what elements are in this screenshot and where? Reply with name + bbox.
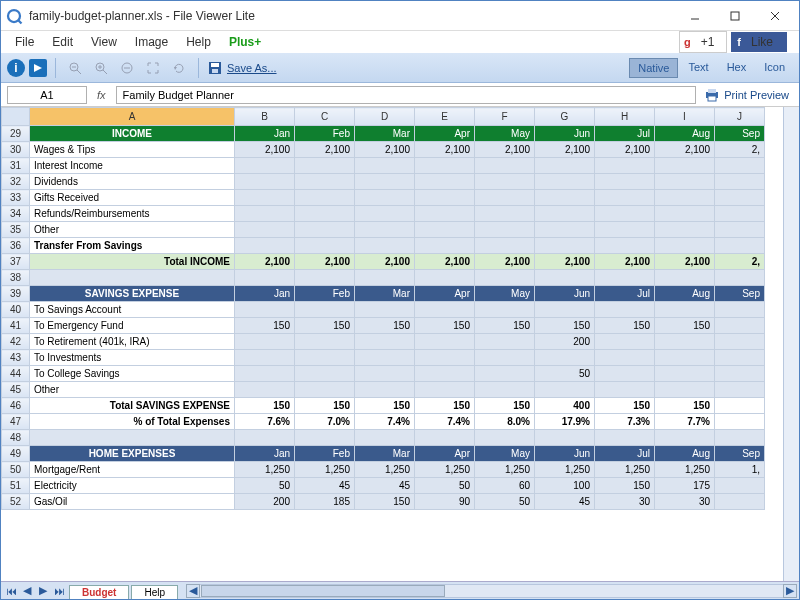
cell[interactable]	[535, 350, 595, 366]
maximize-button[interactable]	[715, 3, 755, 29]
cell[interactable]	[415, 430, 475, 446]
zoom-actual-icon[interactable]	[116, 57, 138, 79]
cell[interactable]	[535, 382, 595, 398]
cell[interactable]: 2,100	[355, 254, 415, 270]
cell[interactable]	[295, 206, 355, 222]
cell[interactable]: 200	[235, 494, 295, 510]
cell[interactable]: 2,100	[355, 142, 415, 158]
cell[interactable]	[535, 174, 595, 190]
cell[interactable]: 2,100	[535, 142, 595, 158]
cell[interactable]: 150	[535, 318, 595, 334]
cell[interactable]	[295, 174, 355, 190]
info-icon[interactable]: i	[7, 59, 25, 77]
cell[interactable]	[655, 238, 715, 254]
cell[interactable]: 150	[595, 478, 655, 494]
cell[interactable]: 7.3%	[595, 414, 655, 430]
cell[interactable]	[295, 190, 355, 206]
cell[interactable]: 2,100	[655, 254, 715, 270]
row-header[interactable]: 37	[2, 254, 30, 270]
cell[interactable]	[355, 366, 415, 382]
cell[interactable]	[535, 430, 595, 446]
cell[interactable]	[475, 382, 535, 398]
cell[interactable]	[415, 158, 475, 174]
menu-edit[interactable]: Edit	[44, 33, 81, 51]
row-header[interactable]: 42	[2, 334, 30, 350]
cell[interactable]: 1,250	[295, 462, 355, 478]
cell[interactable]: 150	[595, 398, 655, 414]
cell[interactable]: 2,100	[235, 142, 295, 158]
cell[interactable]: 150	[235, 318, 295, 334]
cell[interactable]	[655, 174, 715, 190]
cell[interactable]	[715, 350, 765, 366]
cell[interactable]: 150	[415, 398, 475, 414]
cell[interactable]: 2,100	[655, 142, 715, 158]
cell[interactable]: 150	[355, 494, 415, 510]
col-header[interactable]: F	[475, 108, 535, 126]
row-header[interactable]: 38	[2, 270, 30, 286]
cell[interactable]: 150	[655, 318, 715, 334]
col-header[interactable]: J	[715, 108, 765, 126]
refresh-icon[interactable]	[168, 57, 190, 79]
row-header[interactable]: 46	[2, 398, 30, 414]
cell[interactable]	[295, 270, 355, 286]
tab-nav-last-icon[interactable]: ⏭	[51, 584, 67, 598]
cell[interactable]: 2,100	[595, 142, 655, 158]
cell[interactable]	[715, 158, 765, 174]
cell[interactable]: 150	[235, 398, 295, 414]
row-header[interactable]: 29	[2, 126, 30, 142]
cell[interactable]: 1,250	[595, 462, 655, 478]
cell[interactable]: 100	[535, 478, 595, 494]
view-hex[interactable]: Hex	[719, 58, 755, 78]
cell[interactable]	[595, 382, 655, 398]
cell[interactable]	[295, 430, 355, 446]
cell[interactable]	[715, 494, 765, 510]
cell[interactable]	[475, 190, 535, 206]
tab-nav-next-icon[interactable]: ▶	[35, 584, 51, 598]
horizontal-scrollbar[interactable]: ◀ ▶	[186, 584, 797, 598]
cell[interactable]	[655, 158, 715, 174]
cell[interactable]	[715, 318, 765, 334]
facebook-like-button[interactable]: fLike	[731, 32, 787, 52]
col-header[interactable]: C	[295, 108, 355, 126]
cell-reference-box[interactable]	[7, 86, 87, 104]
cell[interactable]: 45	[535, 494, 595, 510]
row-header[interactable]: 39	[2, 286, 30, 302]
cell[interactable]: 1,250	[535, 462, 595, 478]
cell[interactable]: 2,	[715, 142, 765, 158]
cell[interactable]	[535, 190, 595, 206]
cell[interactable]	[715, 222, 765, 238]
cell[interactable]	[415, 302, 475, 318]
cell[interactable]	[715, 238, 765, 254]
print-preview-button[interactable]: Print Preview	[700, 88, 793, 102]
cell[interactable]	[355, 382, 415, 398]
cell[interactable]: 200	[535, 334, 595, 350]
tab-nav-prev-icon[interactable]: ◀	[19, 584, 35, 598]
cell[interactable]	[235, 430, 295, 446]
row-header[interactable]: 32	[2, 174, 30, 190]
cell[interactable]	[595, 430, 655, 446]
col-header[interactable]: B	[235, 108, 295, 126]
cell[interactable]: 30	[655, 494, 715, 510]
menu-view[interactable]: View	[83, 33, 125, 51]
cell[interactable]	[415, 350, 475, 366]
cell[interactable]: 1,250	[415, 462, 475, 478]
cell[interactable]: 1,250	[475, 462, 535, 478]
cell[interactable]: 60	[475, 478, 535, 494]
spreadsheet[interactable]: ABCDEFGHIJ29INCOMEJanFebMarAprMayJunJulA…	[1, 107, 783, 581]
row-header[interactable]: 43	[2, 350, 30, 366]
cell[interactable]: 150	[475, 398, 535, 414]
col-header[interactable]: G	[535, 108, 595, 126]
cell[interactable]	[235, 174, 295, 190]
cell[interactable]: 2,100	[235, 254, 295, 270]
cell[interactable]: 150	[355, 398, 415, 414]
cell[interactable]	[355, 222, 415, 238]
cell[interactable]	[295, 158, 355, 174]
cell[interactable]: 17.9%	[535, 414, 595, 430]
cell[interactable]	[475, 270, 535, 286]
row-header[interactable]: 45	[2, 382, 30, 398]
tab-help[interactable]: Help	[131, 585, 178, 599]
cell[interactable]	[415, 238, 475, 254]
cell[interactable]	[715, 414, 765, 430]
cell[interactable]	[655, 430, 715, 446]
cell[interactable]: 150	[595, 318, 655, 334]
